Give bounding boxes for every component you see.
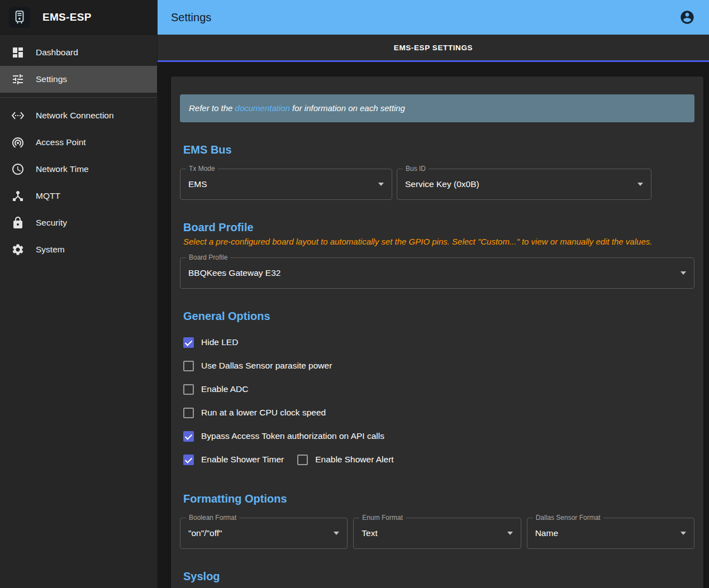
lock-icon xyxy=(11,216,25,230)
checkbox-label: Enable Shower Timer xyxy=(201,455,284,465)
checkbox-label: Hide LED xyxy=(201,337,238,347)
clock-icon xyxy=(11,162,25,176)
field-value: "on"/"off" xyxy=(188,528,329,538)
checkbox-row: Use Dallas Sensor parasite power xyxy=(183,354,694,377)
ems-esp-logo-icon xyxy=(9,7,30,28)
section-title-board-profile: Board Profile xyxy=(183,221,694,234)
checkbox-shower-alert[interactable]: Enable Shower Alert xyxy=(297,455,393,465)
sidebar-item-dashboard[interactable]: Dashboard xyxy=(0,39,157,66)
section-title-ems-bus: EMS Bus xyxy=(183,144,694,156)
sidebar-item-label: Access Point xyxy=(36,137,86,147)
formatting-fields: Boolean Format "on"/"off" Enum Format Te… xyxy=(180,518,694,549)
tab-bar: EMS-ESP SETTINGS xyxy=(158,35,709,62)
section-title-formatting-options: Formatting Options xyxy=(183,493,694,505)
sidebar-item-security[interactable]: Security xyxy=(0,209,157,236)
checkbox-row: Bypass Access Token authorization on API… xyxy=(183,424,694,448)
checkbox-enable-adc[interactable]: Enable ADC xyxy=(183,384,248,395)
enum-format-select[interactable]: Enum Format Text xyxy=(353,518,521,549)
field-value: EMS xyxy=(188,179,374,189)
chevron-down-icon xyxy=(378,183,384,186)
info-alert: Refer to the documentation for informati… xyxy=(180,94,694,122)
section-title-general-options: General Options xyxy=(183,310,694,323)
sidebar-item-network-connection[interactable]: Network Connection xyxy=(0,102,157,129)
field-label: Board Profile xyxy=(186,254,230,261)
sidebar-item-label: System xyxy=(36,245,65,255)
sidebar-item-label: Dashboard xyxy=(36,47,78,58)
tx-mode-select[interactable]: Tx Mode EMS xyxy=(180,169,392,200)
boolean-format-select[interactable]: Boolean Format "on"/"off" xyxy=(180,518,348,549)
general-options-checkboxes: Hide LED Use Dallas Sensor parasite powe… xyxy=(183,331,694,471)
field-label: Dallas Sensor Format xyxy=(533,514,603,522)
tab-ems-esp-settings[interactable]: EMS-ESP SETTINGS xyxy=(394,44,473,52)
checkbox-label: Bypass Access Token authorization on API… xyxy=(201,431,384,441)
checkbox-box[interactable] xyxy=(183,431,194,442)
checkbox-shower-timer[interactable]: Enable Shower Timer xyxy=(183,455,284,465)
sidebar: EMS-ESP Dashboard Settings Netwo xyxy=(0,0,158,588)
app-title: EMS-ESP xyxy=(42,11,92,23)
checkbox-hide-led[interactable]: Hide LED xyxy=(183,337,238,348)
dashboard-icon xyxy=(11,46,25,59)
wifi-tethering-icon xyxy=(11,136,25,149)
checkbox-row-shower: Enable Shower Timer Enable Shower Alert xyxy=(183,448,694,471)
checkbox-label: Enable Shower Alert xyxy=(315,455,393,465)
checkbox-row: Run at a lower CPU clock speed xyxy=(183,401,694,424)
sidebar-item-label: Security xyxy=(36,218,67,228)
settings-card: Refer to the documentation for informati… xyxy=(171,77,703,588)
sidebar-item-settings[interactable]: Settings xyxy=(0,66,157,93)
sidebar-item-label: Network Connection xyxy=(36,111,114,121)
sidebar-item-access-point[interactable]: Access Point xyxy=(0,129,157,156)
section-title-syslog: Syslog xyxy=(183,570,694,583)
sidebar-item-mqtt[interactable]: MQTT xyxy=(0,183,157,209)
field-label: Bus ID xyxy=(403,165,429,173)
device-hub-icon xyxy=(11,189,25,203)
checkbox-box[interactable] xyxy=(183,455,194,465)
content-area: Refer to the documentation for informati… xyxy=(158,62,709,588)
ethernet-icon xyxy=(11,109,25,122)
sidebar-header: EMS-ESP xyxy=(0,0,157,35)
chevron-down-icon xyxy=(507,532,513,535)
sidebar-item-label: Settings xyxy=(36,74,67,84)
field-label: Boolean Format xyxy=(186,514,239,522)
bus-id-select[interactable]: Bus ID Service Key (0x0B) xyxy=(397,169,651,200)
checkbox-row: Enable ADC xyxy=(183,377,694,401)
page-title: Settings xyxy=(171,11,211,24)
sidebar-item-label: MQTT xyxy=(36,191,60,201)
field-value: Text xyxy=(361,528,502,538)
checkbox-bypass-token[interactable]: Bypass Access Token authorization on API… xyxy=(183,431,384,442)
field-value: Service Key (0x0B) xyxy=(405,179,633,189)
board-profile-fields: Board Profile BBQKees Gateway E32 xyxy=(180,257,694,289)
chevron-down-icon xyxy=(334,532,339,535)
account-circle-icon[interactable] xyxy=(679,9,696,26)
checkbox-box[interactable] xyxy=(297,455,308,465)
main-column: Settings EMS-ESP SETTINGS Refer to the d… xyxy=(158,0,709,588)
checkbox-box[interactable] xyxy=(183,361,194,371)
field-value: Name xyxy=(535,528,676,538)
checkbox-box[interactable] xyxy=(183,384,194,395)
checkbox-label: Enable ADC xyxy=(201,384,248,394)
checkbox-label: Run at a lower CPU clock speed xyxy=(201,408,326,418)
ems-bus-fields: Tx Mode EMS Bus ID Service Key (0x0B) xyxy=(180,169,694,200)
checkbox-dallas-parasite[interactable]: Use Dallas Sensor parasite power xyxy=(183,361,332,371)
chevron-down-icon xyxy=(681,532,686,535)
checkbox-label: Use Dallas Sensor parasite power xyxy=(201,361,332,371)
field-label: Enum Format xyxy=(359,514,406,522)
board-profile-note: Select a pre-configured board layout to … xyxy=(183,237,694,246)
checkbox-box[interactable] xyxy=(183,337,194,348)
ems-esp-app: EMS-ESP Dashboard Settings Netwo xyxy=(0,0,709,588)
checkbox-box[interactable] xyxy=(183,408,194,418)
sidebar-item-network-time[interactable]: Network Time xyxy=(0,156,157,183)
board-profile-select[interactable]: Board Profile BBQKees Gateway E32 xyxy=(180,257,694,289)
dallas-sensor-format-select[interactable]: Dallas Sensor Format Name xyxy=(527,518,694,549)
sidebar-nav-list: Dashboard Settings Network Connection xyxy=(0,35,157,263)
alert-text-suffix: for information on each setting xyxy=(290,103,405,113)
sidebar-item-system[interactable]: System xyxy=(0,236,157,263)
tune-icon xyxy=(11,73,25,86)
checkbox-lower-cpu-clock[interactable]: Run at a lower CPU clock speed xyxy=(183,408,326,418)
field-value: BBQKees Gateway E32 xyxy=(188,268,676,278)
sidebar-divider xyxy=(0,97,157,98)
appbar: Settings xyxy=(158,0,709,35)
chevron-down-icon xyxy=(681,271,686,275)
sidebar-item-label: Network Time xyxy=(36,164,89,174)
field-label: Tx Mode xyxy=(186,165,218,173)
documentation-link[interactable]: documentation xyxy=(235,103,290,113)
